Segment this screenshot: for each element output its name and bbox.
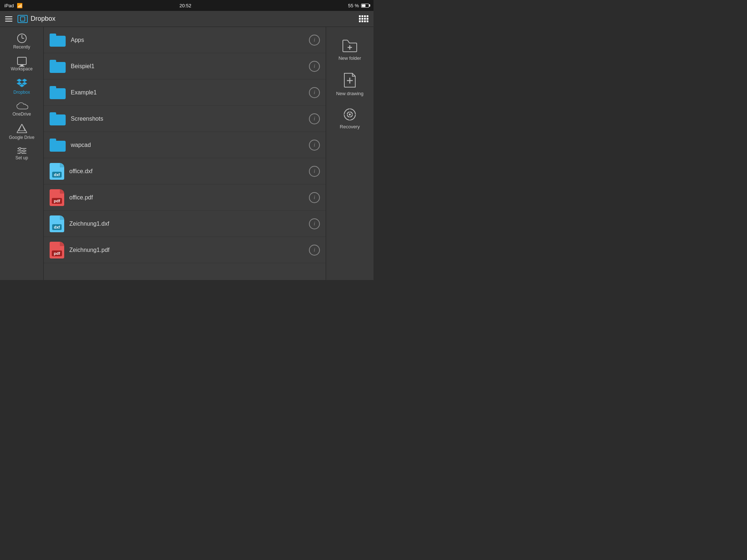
- folder-icon: [50, 112, 66, 125]
- new-drawing-button[interactable]: New drawing: [326, 67, 374, 102]
- file-name: office.pdf: [69, 194, 304, 201]
- dxf-file-icon: dxf: [50, 215, 64, 232]
- file-name: Example1: [71, 89, 304, 96]
- info-button[interactable]: i: [309, 87, 320, 98]
- info-button[interactable]: i: [309, 61, 320, 72]
- svg-line-7: [19, 124, 22, 131]
- folder-icon: [50, 60, 66, 73]
- dxf-label: dxf: [52, 224, 62, 230]
- header: Dropbox: [0, 11, 374, 27]
- pdf-file-icon: pdf: [50, 189, 64, 206]
- grid-view-button[interactable]: [359, 15, 368, 22]
- file-list: Apps i Beispiel1 i Example1 i: [44, 27, 326, 280]
- app-logo-icon: [18, 15, 28, 23]
- info-button[interactable]: i: [309, 35, 320, 46]
- list-item[interactable]: pdf office.pdf i: [44, 184, 326, 211]
- file-name: office.dxf: [69, 168, 304, 175]
- list-item[interactable]: Example1 i: [44, 79, 326, 106]
- svg-marker-0: [16, 79, 22, 82]
- device-label: iPad: [4, 3, 14, 8]
- main-layout: Recently Workspace Dropbox OneDrive: [0, 27, 374, 280]
- svg-point-21: [349, 113, 351, 115]
- list-item[interactable]: pdf Zeichnung1.pdf i: [44, 237, 326, 263]
- folder-icon: [50, 139, 66, 152]
- sidebar-label-dropbox: Dropbox: [13, 90, 30, 95]
- new-folder-button[interactable]: New folder: [326, 33, 374, 67]
- sidebar-item-recently[interactable]: Recently: [0, 30, 43, 53]
- recovery-icon: [343, 108, 356, 121]
- pdf-label: pdf: [52, 250, 62, 256]
- dropbox-icon: [16, 79, 27, 88]
- svg-point-12: [23, 150, 25, 152]
- pdf-file-icon: pdf: [50, 242, 64, 258]
- battery-percent: 55 %: [348, 3, 359, 8]
- file-name: wapcad: [71, 142, 304, 148]
- battery-icon: [361, 4, 369, 8]
- sidebar-item-workspace[interactable]: Workspace: [0, 53, 43, 75]
- list-item[interactable]: wapcad i: [44, 132, 326, 158]
- dxf-file-icon: dxf: [50, 163, 64, 180]
- svg-point-14: [20, 152, 22, 154]
- info-button[interactable]: i: [309, 245, 320, 256]
- status-right: 55 %: [348, 3, 369, 8]
- list-item[interactable]: Beispiel1 i: [44, 53, 326, 79]
- right-panel: New folder New drawing: [326, 27, 374, 280]
- sidebar-label-workspace: Workspace: [11, 66, 33, 71]
- file-name: Screenshots: [71, 116, 304, 122]
- status-left: iPad 📶: [4, 3, 23, 8]
- folder-icon: [50, 86, 66, 99]
- svg-marker-1: [22, 79, 27, 82]
- onedrive-icon: [15, 102, 28, 110]
- sidebar-label-gdrive: Google Drive: [9, 135, 34, 140]
- wifi-icon: 📶: [17, 3, 23, 8]
- status-bar: iPad 📶 20:52 55 %: [0, 0, 374, 11]
- clock-icon: [17, 34, 27, 43]
- new-drawing-label: New drawing: [336, 91, 363, 96]
- new-folder-icon: [342, 39, 357, 52]
- info-button[interactable]: i: [309, 192, 320, 203]
- file-name: Zeichnung1.dxf: [69, 221, 304, 227]
- list-item[interactable]: Screenshots i: [44, 106, 326, 132]
- menu-button[interactable]: [5, 16, 12, 22]
- sidebar-label-setup: Set up: [15, 155, 28, 160]
- app-logo: Dropbox: [18, 15, 55, 23]
- recovery-label: Recovery: [340, 124, 360, 129]
- sidebar-item-onedrive[interactable]: OneDrive: [0, 98, 43, 120]
- list-item[interactable]: dxf Zeichnung1.dxf i: [44, 211, 326, 237]
- sidebar-label-recently: Recently: [13, 44, 30, 50]
- status-time: 20:52: [179, 3, 191, 8]
- sidebar-item-googledrive[interactable]: Google Drive: [0, 120, 43, 144]
- svg-line-8: [22, 124, 25, 131]
- sidebar-item-setup[interactable]: Set up: [0, 144, 43, 164]
- list-item[interactable]: Apps i: [44, 27, 326, 53]
- svg-point-10: [19, 147, 21, 149]
- recovery-button[interactable]: Recovery: [326, 102, 374, 135]
- workspace-icon: [17, 57, 27, 65]
- app-title: Dropbox: [31, 15, 55, 23]
- pdf-label: pdf: [52, 198, 62, 204]
- list-item[interactable]: dxf office.dxf i: [44, 158, 326, 184]
- folder-icon: [50, 34, 66, 47]
- svg-marker-5: [17, 124, 27, 133]
- info-button[interactable]: i: [309, 166, 320, 177]
- sidebar-label-onedrive: OneDrive: [12, 112, 31, 117]
- info-button[interactable]: i: [309, 218, 320, 229]
- setup-icon: [17, 147, 27, 154]
- info-button[interactable]: i: [309, 113, 320, 124]
- file-name: Beispiel1: [71, 63, 304, 70]
- sidebar: Recently Workspace Dropbox OneDrive: [0, 27, 44, 280]
- new-folder-label: New folder: [338, 55, 361, 61]
- info-button[interactable]: i: [309, 140, 320, 151]
- gdrive-icon: [17, 124, 27, 133]
- new-drawing-icon: [344, 73, 356, 88]
- file-name: Zeichnung1.pdf: [69, 247, 304, 253]
- sidebar-item-dropbox[interactable]: Dropbox: [0, 75, 43, 98]
- file-name: Apps: [71, 37, 304, 43]
- dxf-label: dxf: [52, 172, 62, 178]
